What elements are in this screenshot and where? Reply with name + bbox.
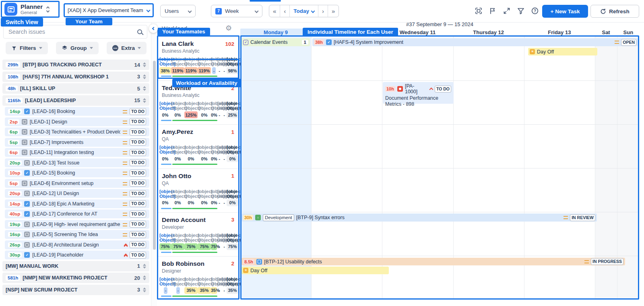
sidebar-row[interactable]: 20sp [LEAD-12] UI Design TO DO <box>5 189 149 198</box>
workload-cell[interactable]: 125% <box>184 111 198 118</box>
workload-cell[interactable]: - <box>222 287 227 294</box>
workload-cell[interactable]: 75% <box>211 243 217 250</box>
teammate-card[interactable]: Bob Robinson 2 Designer [object Object][… <box>158 256 238 300</box>
filter-icon[interactable] <box>516 6 525 15</box>
sidebar-row[interactable]: 1165h [LEAD] LEADERSHIP 15 <box>2 95 149 106</box>
flag-icon[interactable] <box>488 6 497 15</box>
sidebar-row[interactable]: 19sp [LEAD-9] High- level requirement ga… <box>5 220 149 229</box>
sidebar-row[interactable]: 20sp [LEAD-13] Test Issue TO DO <box>5 158 149 167</box>
sidebar-row[interactable]: 108h [HAFS] 7TH ANNUAL WORKSHOP 1 3 <box>2 72 149 82</box>
workload-cell[interactable]: 75% <box>171 243 184 250</box>
group-button[interactable]: Group <box>56 42 99 54</box>
workload-cell[interactable]: 0% <box>198 111 211 118</box>
scope-scan-icon[interactable] <box>474 6 483 15</box>
workload-cell[interactable]: 0% <box>211 155 217 162</box>
workload-cell[interactable]: - <box>217 67 222 74</box>
workload-cell[interactable]: - <box>222 243 227 250</box>
workload-cell[interactable]: 35% <box>211 287 217 294</box>
workload-cell[interactable]: 0% <box>184 155 198 162</box>
task-bar-btp9[interactable]: 30h Development [BTP-9] Syntax errors IN… <box>242 214 597 222</box>
day-header[interactable]: Thursday 12 <box>453 29 524 37</box>
sidebar-row[interactable]: 6sp [LEAD-11] Integration testing TO DO <box>5 148 149 157</box>
teammate-card[interactable]: John Otto 1 QA [object Object][object Ob… <box>158 168 238 212</box>
sidebar-row[interactable]: 14sp [LEAD-16] Booking TO DO <box>5 107 149 116</box>
workload-cell[interactable]: 0% <box>159 199 171 206</box>
workload-cell[interactable]: - <box>217 155 222 162</box>
task-bar-btp12[interactable]: 8.5h [BTP-12] Usability defects IN PROGR… <box>242 258 625 265</box>
workload-cell[interactable]: 0% <box>159 155 171 162</box>
scrollbar-thumb[interactable] <box>153 61 156 250</box>
sort-arrows-icon[interactable] <box>143 62 146 67</box>
sidebar-row[interactable]: 5sp [LEAD-6] Environment setup TO DO <box>5 179 149 188</box>
sidebar-row[interactable]: 581h [NMP] NEW MARKETING PROJECT 20 <box>2 273 149 283</box>
teammate-card[interactable]: Lana Clark 102 Business Analytic [object… <box>158 37 238 80</box>
workload-cell[interactable]: 0% <box>171 111 184 118</box>
workload-cell[interactable]: 38% <box>159 67 171 74</box>
teammate-card[interactable]: Demo Account 3 Developer [object Object]… <box>158 212 238 256</box>
workload-cell[interactable]: 35% <box>198 287 211 294</box>
workload-cell[interactable]: 75% <box>159 243 171 250</box>
workload-cell[interactable]: - <box>164 287 167 294</box>
day-header[interactable]: Friday 13 <box>524 29 595 37</box>
workload-cell[interactable]: 0% <box>159 111 171 118</box>
week-dropdown[interactable]: 7 Week <box>211 5 262 17</box>
workload-cell[interactable]: 0% <box>227 155 238 162</box>
workload-cell[interactable]: - <box>217 287 222 294</box>
team-selector[interactable]: [XAD] X App Development Team <box>64 3 154 17</box>
sidebar-row[interactable]: 16sp [LEAD-5] Screening The Idea TO DO <box>5 230 149 239</box>
workload-cell[interactable]: 35% <box>184 287 198 294</box>
sort-arrows-icon[interactable] <box>143 275 146 280</box>
prev-day-button[interactable]: ‹ <box>280 5 289 17</box>
sidebar-row[interactable]: [MW] MANUAL WORK 1 <box>2 261 149 271</box>
workload-cell[interactable]: 75% <box>198 243 211 250</box>
day-header[interactable]: Monday 9 <box>240 29 311 37</box>
task-bar-hafs4[interactable]: 38h [HAFS-4] System Improvement OPEN <box>312 38 638 46</box>
workload-cell[interactable]: 0% <box>211 199 217 206</box>
view-switcher[interactable]: Planner General <box>1 1 60 18</box>
workload-cell[interactable]: 0% <box>198 199 211 206</box>
workload-cell[interactable]: 0% <box>198 155 211 162</box>
refresh-button[interactable]: Refresh <box>590 5 639 18</box>
sidebar-row[interactable]: [NSP] NEW SCRUM PROJECT 3 <box>2 285 149 295</box>
search-icon[interactable] <box>137 29 142 34</box>
workload-cell[interactable]: - <box>222 111 227 118</box>
sidebar-row[interactable]: 40sp [LEAD-17] Conference for AT TO DO <box>5 209 149 218</box>
task-card-pa1000[interactable]: 10h [PA-1000] TO DO Document Performance… <box>383 82 454 104</box>
sort-arrows-icon[interactable] <box>143 86 146 91</box>
sidebar-row[interactable]: 30sp [LEAD-19] Placeholder TO DO <box>5 251 149 259</box>
workload-cell[interactable]: - <box>217 243 222 250</box>
teammate-card[interactable]: Amy.Perez 1 QA [object Object][object Ob… <box>158 124 238 168</box>
day-header[interactable]: Sun <box>617 29 639 37</box>
workload-cell[interactable]: - <box>176 287 180 294</box>
workload-cell[interactable]: 119% <box>198 67 211 74</box>
workload-cell[interactable]: 119% <box>171 67 184 74</box>
sidebar-row[interactable]: 48h [ILL] SKILL UP 5 <box>2 83 149 94</box>
workload-cell[interactable]: 0% <box>184 199 198 206</box>
help-icon[interactable]: ? <box>530 6 539 15</box>
calendar-events-chip[interactable]: Calendar Events 1 <box>242 38 310 46</box>
sort-arrows-icon[interactable] <box>143 74 146 79</box>
day-off-bar[interactable]: Day Off <box>242 267 389 274</box>
workload-cell[interactable]: 0% <box>227 199 238 206</box>
workload-cell[interactable]: 75% <box>184 243 198 250</box>
sidebar-row[interactable]: 2sp [LEAD-1] Design TO DO <box>5 117 149 126</box>
workload-cell[interactable]: - <box>222 155 227 162</box>
new-task-button[interactable]: + New Task <box>542 5 588 18</box>
sort-arrows-icon[interactable] <box>143 288 146 292</box>
sidebar-row[interactable]: 10sp [LEAD-15] Booking TO DO <box>5 168 149 177</box>
extra-button[interactable]: ••• Extra <box>107 42 147 54</box>
today-button[interactable]: Today <box>290 5 318 17</box>
prev-week-button[interactable]: « <box>269 5 280 17</box>
workload-cell[interactable]: 98% <box>227 67 238 74</box>
workload-cell[interactable]: - <box>222 199 227 206</box>
sort-arrows-icon[interactable] <box>143 98 146 103</box>
sort-arrows-icon[interactable] <box>143 264 146 269</box>
users-dropdown[interactable]: Users <box>160 5 196 17</box>
gear-icon[interactable]: ⚙ <box>225 24 232 33</box>
workload-cell[interactable]: 119% <box>184 67 198 74</box>
workload-cell[interactable]: 35% <box>227 287 238 294</box>
day-off-bar[interactable]: Day Off <box>528 48 597 55</box>
workload-cell[interactable]: 25% <box>227 111 238 118</box>
next-week-button[interactable]: » <box>328 5 339 17</box>
workload-cell[interactable]: - <box>217 111 222 118</box>
